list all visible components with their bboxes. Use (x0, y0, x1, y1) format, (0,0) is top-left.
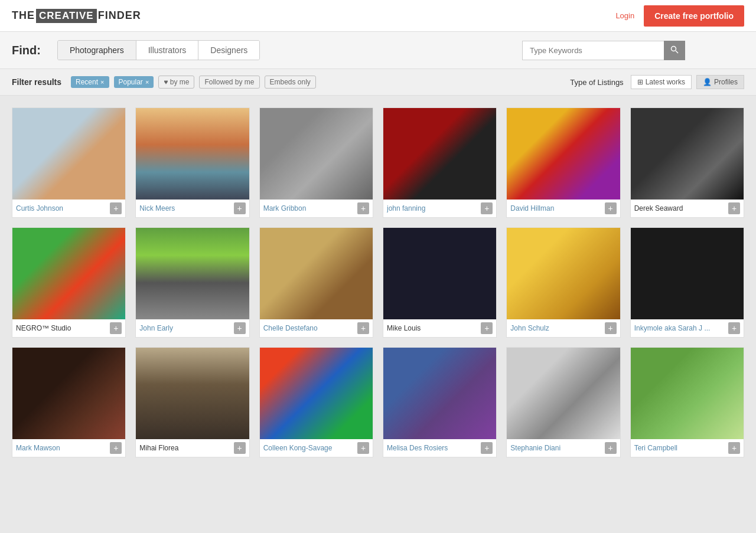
card-footer: David Hillman+ (507, 200, 620, 217)
listing-type: Type of Listings ⊞ Latest works 👤 Profil… (570, 75, 744, 89)
card-1-0[interactable]: NEGRO™ Studio+ (12, 227, 126, 338)
filter-tag-popular-remove[interactable]: × (145, 79, 149, 86)
card-image (12, 228, 125, 319)
card-0-4[interactable]: David Hillman+ (506, 107, 620, 218)
tab-photographers[interactable]: Photographers (58, 41, 136, 60)
filter-tag-byme[interactable]: ♥ by me (158, 76, 194, 89)
filter-tag-recent[interactable]: Recent × (71, 76, 109, 88)
filter-title: Filter results (12, 77, 61, 87)
card-name[interactable]: Mark Gribbon (263, 204, 357, 212)
card-name[interactable]: Mike Louis (387, 324, 481, 332)
card-name[interactable]: Stephanie Diani (510, 444, 604, 452)
listing-type-label: Type of Listings (570, 78, 623, 87)
add-button[interactable]: + (234, 322, 246, 334)
add-button[interactable]: + (605, 322, 617, 334)
latest-works-label: Latest works (646, 78, 685, 86)
card-name[interactable]: Inkymole aka Sarah J ... (634, 324, 728, 332)
profiles-button[interactable]: 👤 Profiles (696, 75, 744, 89)
card-name[interactable]: Chelle Destefano (263, 324, 357, 332)
card-footer: Inkymole aka Sarah J ...+ (631, 319, 744, 337)
add-button[interactable]: + (605, 202, 617, 214)
header: THE CREATIVE FINDER Login Create free po… (0, 0, 756, 32)
header-right: Login Create free portfolio (615, 5, 744, 27)
find-label: Find: (12, 44, 41, 57)
filter-tag-embeds[interactable]: Embeds only (265, 76, 316, 89)
login-link[interactable]: Login (615, 11, 634, 20)
card-image (507, 108, 620, 200)
card-name[interactable]: Melisa Des Rosiers (387, 444, 481, 452)
card-name[interactable]: John Schulz (510, 324, 604, 332)
add-button[interactable]: + (357, 202, 369, 214)
card-2-1[interactable]: Mihai Florea+ (135, 347, 249, 457)
add-button[interactable]: + (110, 322, 122, 334)
add-button[interactable]: + (357, 322, 369, 334)
latest-works-button[interactable]: ⊞ Latest works (631, 75, 692, 89)
card-0-2[interactable]: Mark Gribbon+ (259, 107, 373, 218)
card-2-0[interactable]: Mark Mawson+ (12, 347, 126, 457)
card-1-2[interactable]: Chelle Destefano+ (259, 227, 373, 338)
card-footer: Melisa Des Rosiers+ (383, 439, 496, 457)
card-name[interactable]: Mark Mawson (16, 444, 110, 452)
add-button[interactable]: + (481, 202, 493, 214)
add-button[interactable]: + (481, 442, 493, 454)
card-0-0[interactable]: Curtis Johnson+ (12, 107, 126, 218)
card-footer: Curtis Johnson+ (12, 200, 125, 217)
card-image (631, 348, 744, 439)
create-portfolio-button[interactable]: Create free portfolio (644, 5, 744, 27)
search-input[interactable] (522, 41, 664, 60)
card-name[interactable]: NEGRO™ Studio (16, 324, 110, 332)
card-1-4[interactable]: John Schulz+ (506, 227, 620, 338)
card-name[interactable]: Mihai Florea (139, 444, 233, 452)
card-2-2[interactable]: Colleen Kong-Savage+ (259, 347, 373, 457)
logo-creative: CREATIVE (36, 9, 97, 23)
filter-tag-followed[interactable]: Followed by me (199, 76, 259, 89)
profiles-label: Profiles (714, 78, 738, 86)
svg-line-1 (676, 51, 678, 53)
card-2-5[interactable]: Teri Campbell+ (630, 347, 744, 457)
add-button[interactable]: + (110, 442, 122, 454)
card-0-3[interactable]: john fanning+ (383, 107, 497, 218)
card-1-1[interactable]: John Early+ (135, 227, 249, 338)
card-footer: Chelle Destefano+ (260, 319, 373, 337)
add-button[interactable]: + (481, 322, 493, 334)
card-2-3[interactable]: Melisa Des Rosiers+ (383, 347, 497, 457)
card-1-3[interactable]: Mike Louis+ (383, 227, 497, 338)
tab-illustrators[interactable]: Illustrators (136, 41, 199, 60)
add-button[interactable]: + (728, 322, 740, 334)
card-image (507, 228, 620, 319)
add-button[interactable]: + (728, 442, 740, 454)
card-1-5[interactable]: Inkymole aka Sarah J ...+ (630, 227, 744, 338)
filter-tag-recent-remove[interactable]: × (100, 79, 104, 86)
add-button[interactable]: + (234, 442, 246, 454)
add-button[interactable]: + (357, 442, 369, 454)
main-content: Curtis Johnson+Nick Meers+Mark Gribbon+j… (0, 96, 756, 479)
card-name[interactable]: John Early (139, 324, 233, 332)
card-0-5[interactable]: Derek Seaward+ (630, 107, 744, 218)
gallery-icon: ⊞ (637, 78, 643, 86)
card-name[interactable]: Nick Meers (139, 204, 233, 212)
card-name[interactable]: john fanning (387, 204, 481, 212)
card-footer: Mike Louis+ (383, 319, 496, 337)
filter-tag-popular[interactable]: Popular × (114, 76, 154, 88)
add-button[interactable]: + (605, 442, 617, 454)
grid-row-3: Mark Mawson+Mihai Florea+Colleen Kong-Sa… (12, 347, 744, 457)
add-button[interactable]: + (234, 202, 246, 214)
add-button[interactable]: + (110, 202, 122, 214)
card-name[interactable]: Curtis Johnson (16, 204, 110, 212)
search-icon (670, 45, 679, 54)
user-icon: 👤 (703, 78, 712, 86)
tab-designers[interactable]: Designers (198, 41, 259, 60)
filter-bar: Filter results Recent × Popular × ♥ by m… (0, 69, 756, 96)
card-name[interactable]: Derek Seaward (634, 204, 728, 212)
card-2-4[interactable]: Stephanie Diani+ (506, 347, 620, 457)
card-name[interactable]: Colleen Kong-Savage (263, 444, 357, 452)
card-name[interactable]: David Hillman (510, 204, 604, 212)
card-0-1[interactable]: Nick Meers+ (135, 107, 249, 218)
card-image (260, 108, 373, 200)
card-footer: NEGRO™ Studio+ (12, 319, 125, 337)
card-name[interactable]: Teri Campbell (634, 444, 728, 452)
card-footer: Mihai Florea+ (136, 439, 249, 457)
add-button[interactable]: + (728, 202, 740, 214)
search-button[interactable] (664, 41, 685, 60)
card-image (383, 108, 496, 200)
